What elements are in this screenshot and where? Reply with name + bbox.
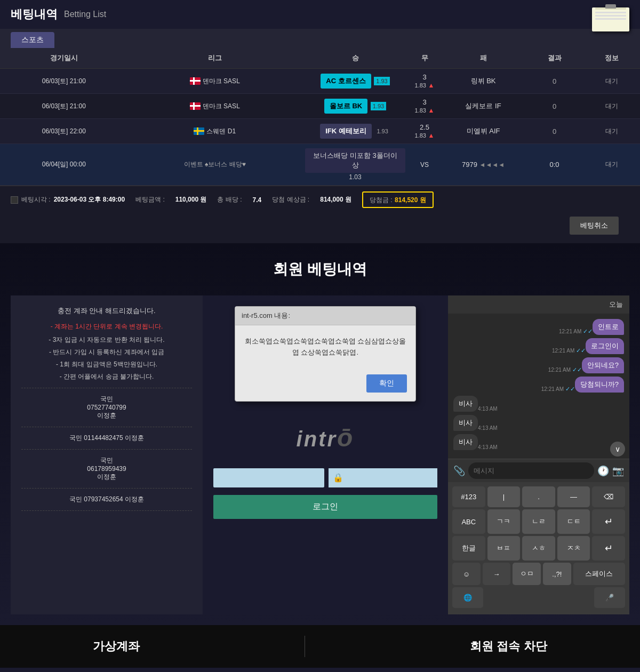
cancel-btn-area: 베팅취소 [0, 213, 640, 243]
chat-message-item: 비사 4:13 AM [453, 396, 624, 412]
keyboard-row-1: #123 | . — ⌫ [452, 486, 625, 507]
cell-result: 0 [526, 94, 583, 119]
cell-league: 이벤트 ♠보너스 배당♥ [128, 144, 302, 186]
key-globe-btn[interactable]: 🌐 [452, 587, 483, 608]
key-backspace-btn[interactable]: ⌫ [592, 486, 625, 507]
key-emoji-btn[interactable]: ☺ [452, 563, 481, 585]
bet-time-label: 베팅시각 : [21, 195, 51, 204]
cancel-button[interactable]: 베팅취소 [570, 217, 619, 235]
keyboard-row-4: ☺ → ㅇㅁ .,?! 스페이스 [452, 563, 625, 585]
key-punct-btn[interactable]: .,?! [543, 563, 571, 585]
key-bp-btn[interactable]: ㅂㅍ [487, 536, 521, 561]
cell-date: 06/03[토] 22:00 [0, 119, 128, 144]
cell-date: 06/03[토] 21:00 [0, 94, 128, 119]
chat-input[interactable] [468, 462, 594, 479]
total-odds-value: 7.4 [253, 196, 262, 204]
arrow-up-icon: ▲ [428, 82, 435, 89]
bank-info-1: 국민 07527740799 이정훈 [21, 395, 192, 420]
password-input-wrapper: 🔒 •••••• [329, 468, 437, 487]
bank-info-2: 국민 01144482475 이정훈 [21, 434, 192, 443]
cell-date: 06/03[토] 21:00 [0, 69, 128, 94]
info-text-1: - 3자 입금 시 자동으로 반환 처리 됩니다. [21, 335, 192, 345]
cell-date: 06/04[일] 00:00 [0, 144, 128, 186]
chat-camera-icon[interactable]: 📷 [612, 465, 624, 477]
table-row-special: 06/04[일] 00:00 이벤트 ♠보너스 배당♥ 보너스배당 미포함 3폴… [0, 144, 640, 186]
key-dash-btn[interactable]: — [557, 486, 590, 507]
flag-denmark-icon [190, 102, 201, 110]
keyboard-panel: #123 | . — ⌫ ABC ㄱㅋ ㄴㄹ ㄷㅌ ↵ 한글 ㅂㅍ ㅅㅎ [448, 482, 629, 614]
key-arrow-btn[interactable]: → [483, 563, 511, 585]
cell-away: 실케보르 IF [441, 94, 526, 119]
cell-draw: 3 1.83 ▲ [409, 69, 441, 94]
key-enter2-btn[interactable]: ↵ [592, 536, 625, 561]
divider-2 [21, 427, 192, 427]
chat-message-item: 12:21 AM ✓✓ 인트로 [453, 319, 624, 335]
divider-3 [21, 449, 192, 450]
footer-inner: 베팅시각 : 2023-06-03 오후 8:49:00 베팅금액 : 110,… [0, 186, 640, 213]
dialog-body-text: 회소쑥엽쇼쑥엽쇼쑥엽쇼쑥엽쇼쑥엽 쇼심삼엽쇼상올엽 쇼상쑥엽쇼쑥닭엽. [245, 337, 406, 356]
cell-away: 링뷔 BK [441, 69, 526, 94]
cell-status: 대기 [583, 144, 640, 186]
col-info: 정보 [583, 48, 640, 69]
bet-checkbox[interactable] [11, 196, 18, 204]
key-dot-btn[interactable]: . [522, 486, 555, 507]
chat-messages[interactable]: 12:21 AM ✓✓ 인트로 12:21 AM ✓✓ 로그인이 12:21 A… [448, 314, 629, 459]
key-gk-btn[interactable]: ㄱㅋ [487, 509, 521, 534]
member-betting-title: 회원 베팅내역 [11, 259, 629, 279]
cell-status: 대기 [583, 119, 640, 144]
key-hangul-btn[interactable]: 한글 [452, 536, 485, 561]
betting-list-section: 베팅내역 Betting List 스포츠 경기일시 리그 승 무 패 결과 [0, 0, 640, 243]
chat-message-item: 12:21 AM ✓✓ 당첨되니까? [453, 377, 624, 393]
chat-header: 오늘 [448, 295, 629, 314]
header-title-en: Betting List [64, 10, 106, 19]
key-sh-btn[interactable]: ㅅㅎ [522, 536, 555, 561]
info-text-3: - 1회 최대 입금액은 5백만원입니다. [21, 360, 192, 369]
cell-home: AC 호르센스 1.93 [302, 69, 409, 94]
flag-denmark-icon [190, 77, 201, 85]
key-abc-btn[interactable]: ABC [452, 509, 485, 534]
header-title-kr: 베팅내역 [11, 6, 58, 22]
home-odds: 1.93 [371, 102, 386, 110]
key-om-btn[interactable]: ㅇㅁ [513, 563, 541, 585]
key-mic-btn[interactable]: 🎤 [594, 587, 625, 608]
home-team-label: 올보르 BK [324, 99, 367, 114]
chat-bubble: 당첨되니까? [575, 377, 624, 393]
password-input[interactable]: •••••• [343, 468, 433, 487]
bottom-divider [305, 636, 305, 657]
attachment-icon[interactable]: 📎 [453, 465, 465, 477]
bottom-label-2: 회원 접속 차단 [470, 638, 547, 654]
intro-logo: intrō [213, 412, 437, 463]
chat-bubble: 로그인이 [586, 338, 624, 354]
key-enter-btn[interactable]: ↵ [592, 509, 625, 534]
info-text-4: - 간편 어플에서 송금 불가합니다. [21, 372, 192, 381]
cell-league: 스웨덴 D1 [128, 119, 302, 144]
keyboard-row-5: 🌐 🎤 [452, 587, 625, 608]
dialog-box: int-r5.com 내용: 회소쑥엽쇼쑥엽쇼쑥엽쇼쑥엽쇼쑥엽 쇼심삼엽쇼상올엽… [235, 306, 416, 402]
tab-sports[interactable]: 스포츠 [11, 32, 54, 48]
chat-today-label: 오늘 [609, 300, 623, 308]
username-input[interactable] [213, 468, 324, 487]
col-draw: 무 [409, 48, 441, 69]
table-header-row: 경기일시 리그 승 무 패 결과 정보 [0, 48, 640, 69]
login-button[interactable]: 로그인 [213, 495, 437, 519]
divider-4 [21, 488, 192, 489]
amount-value: 110,000 원 [175, 195, 207, 204]
chat-clock-icon[interactable]: 🕐 [597, 465, 609, 477]
cell-league: 덴마크 SASL [128, 69, 302, 94]
key-dt-btn[interactable]: ㄷㅌ [557, 509, 590, 534]
home-odds: 1.03 [347, 172, 363, 182]
chat-scroll-down-button[interactable]: ∨ [610, 442, 625, 457]
key-hash-btn[interactable]: #123 [452, 486, 485, 507]
key-space-btn[interactable]: 스페이스 [573, 563, 625, 585]
table-row: 06/03[토] 22:00 스웨덴 D1 IFK 예테보리 1.93 2.5 … [0, 119, 640, 144]
dialog-body: 회소쑥엽쇼쑥엽쇼쑥엽쇼쑥엽쇼쑥엽 쇼심삼엽쇼상올엽 쇼상쑥엽쇼쑥닭엽. [235, 325, 415, 369]
col-result: 결과 [526, 48, 583, 69]
key-nr-btn[interactable]: ㄴㄹ [522, 509, 555, 534]
cell-league: 덴마크 SASL [128, 94, 302, 119]
warning-text: - 계좌는 1시간 단위로 계속 변경됩니다. [21, 322, 192, 331]
member-betting-section: 회원 베팅내역 충전 계좌 안내 해드리겠습니다. - 계좌는 1시간 단위로 … [0, 243, 640, 625]
key-jc-btn[interactable]: ㅈㅊ [557, 536, 590, 561]
dialog-confirm-button[interactable]: 확인 [366, 374, 407, 393]
key-pipe-btn[interactable]: | [487, 486, 521, 507]
chat-message-item: 비사 4:13 AM [453, 434, 624, 450]
